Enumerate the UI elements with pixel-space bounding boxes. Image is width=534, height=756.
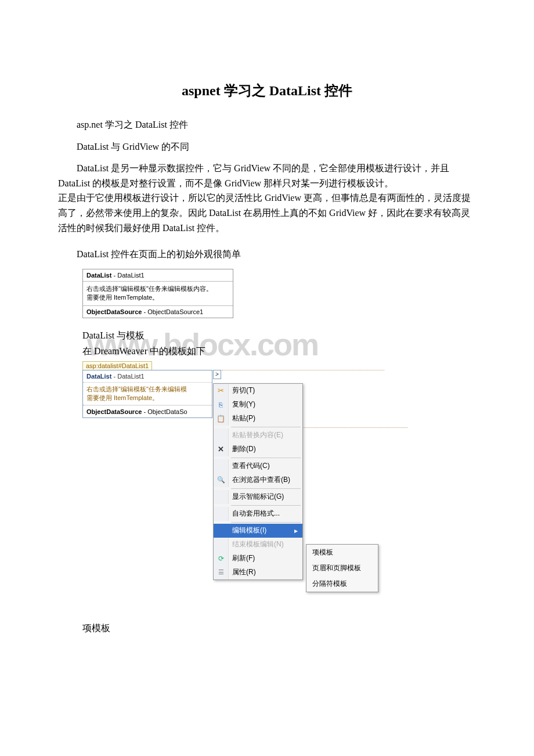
designer-title-rest: - DataList1 [111, 373, 144, 380]
blank-icon [214, 524, 229, 538]
menu-properties[interactable]: ☰ 属性(R) [214, 566, 302, 579]
menu-end-template-edit-label: 结束模板编辑(N) [232, 539, 299, 549]
blank-icon [214, 429, 229, 442]
menu-edit-template-label: 编辑模板(I) [232, 525, 293, 535]
menu-auto-format[interactable]: 自动套用格式... [214, 507, 302, 521]
menu-copy[interactable]: ⎘ 复制(Y) [214, 398, 302, 412]
menu-properties-label: 属性(R) [232, 567, 299, 577]
submenu-header-footer-template[interactable]: 页眉和页脚模板 [306, 560, 378, 576]
datalist-help-text: 右击或选择"编辑模板"任务来编辑模板内容。 需要使用 ItemTemplate。 [83, 282, 233, 306]
menu-copy-label: 复制(Y) [232, 399, 299, 409]
para-datalist-template-heading: DataList 与模板 [82, 330, 476, 342]
page-title: aspnet 学习之 DataList 控件 [58, 81, 476, 100]
datalist-title-rest: - DataList1 [111, 272, 144, 279]
para-item-template: 项模板 [82, 622, 476, 635]
menu-edit-template[interactable]: 编辑模板(I) ▸ [214, 524, 302, 538]
designer-title: DataList - DataList1 [83, 370, 212, 383]
datalist-designer-panel[interactable]: DataList - DataList1 右击或选择"编辑模板"任务来编辑模 需… [82, 370, 212, 419]
para-body-1: DataList 是另一种显示数据控件，它与 GridView 不同的是，它全部… [58, 161, 476, 235]
menu-delete-label: 删除(D) [232, 444, 299, 454]
menu-separator [231, 427, 301, 427]
menu-show-smart-tag[interactable]: 显示智能标记(G) [214, 490, 302, 504]
menu-separator [231, 522, 301, 523]
submenu-separator-template[interactable]: 分隔符模板 [306, 576, 378, 592]
menu-view-in-browser-label: 在浏览器中查看(B) [232, 475, 299, 485]
menu-paste[interactable]: 📋 粘贴(P) [214, 412, 302, 426]
submenu-arrow-icon: ▸ [293, 527, 299, 535]
menu-refresh[interactable]: ⟳ 刷新(F) [214, 552, 302, 566]
datalist-title-row: DataList - DataList1 [83, 269, 233, 282]
datalist-preview-panel: DataList - DataList1 右击或选择"编辑模板"任务来编辑模板内… [82, 269, 233, 318]
paste-icon: 📋 [214, 412, 229, 426]
blank-icon [214, 490, 229, 504]
designer-ods-bold: ObjectDataSource [86, 408, 142, 415]
menu-cut[interactable]: ✂ 剪切(T) [214, 384, 302, 398]
copy-icon: ⎘ [214, 398, 229, 412]
asp-tag-tab[interactable]: asp:datalist#DataList1 [82, 361, 152, 370]
menu-refresh-label: 刷新(F) [232, 553, 299, 563]
para-initial-look: DataList 控件在页面上的初始外观很简单 [58, 247, 476, 262]
menu-paste-replace-label: 粘贴替换内容(E) [232, 430, 299, 440]
submenu-item-template[interactable]: 项模板 [306, 545, 378, 560]
properties-icon: ☰ [214, 566, 229, 579]
menu-paste-label: 粘贴(P) [232, 413, 299, 423]
menu-view-in-browser[interactable]: 🔍 在浏览器中查看(B) [214, 473, 302, 487]
menu-paste-replace: 粘贴替换内容(E) [214, 429, 302, 442]
designer-title-bold: DataList [86, 373, 111, 380]
para-dreamweaver: 在 DreamWeaver 中的模板如下 [82, 345, 476, 358]
menu-end-template-edit: 结束模板编辑(N) [214, 538, 302, 552]
menu-separator [231, 488, 301, 489]
browser-icon: 🔍 [214, 473, 229, 487]
ods-row: ObjectDataSource - ObjectDataSource1 [83, 306, 233, 318]
context-menu: ✂ 剪切(T) ⎘ 复制(Y) 📋 粘贴(P) 粘贴替换内容(E) ✕ 删除(D… [213, 383, 303, 580]
ods-rest: - ObjectDataSource1 [142, 308, 203, 315]
blank-icon [214, 507, 229, 521]
delete-icon: ✕ [214, 442, 229, 456]
dotted-guide-top [222, 370, 384, 370]
menu-auto-format-label: 自动套用格式... [232, 509, 299, 519]
scissors-icon: ✂ [214, 384, 229, 398]
designer-ods-rest: - ObjectDataSo [142, 408, 187, 415]
designer-with-context-menu: asp:datalist#DataList1 DataList - DataLi… [82, 361, 402, 605]
para-diff-heading: DataList 与 GridView 的不同 [58, 139, 476, 154]
datalist-title-bold: DataList [86, 272, 111, 279]
smart-tag-arrow-icon[interactable]: > [213, 370, 221, 379]
menu-view-code-label: 查看代码(C) [232, 461, 299, 471]
designer-ods: ObjectDataSource - ObjectDataSo [83, 405, 212, 417]
blank-icon [214, 538, 229, 552]
blank-icon [214, 459, 229, 473]
menu-show-smart-tag-label: 显示智能标记(G) [232, 492, 299, 502]
ods-bold: ObjectDataSource [86, 308, 142, 315]
designer-help: 右击或选择"编辑模板"任务来编辑模 需要使用 ItemTemplate。 [83, 383, 212, 406]
menu-view-code[interactable]: 查看代码(C) [214, 459, 302, 473]
menu-cut-label: 剪切(T) [232, 386, 299, 395]
menu-separator [231, 458, 301, 458]
template-submenu: 项模板 页眉和页脚模板 分隔符模板 [306, 544, 378, 592]
menu-delete[interactable]: ✕ 删除(D) [214, 442, 302, 456]
refresh-icon: ⟳ [214, 552, 229, 566]
para-body-1-text: DataList 是另一种显示数据控件，它与 GridView 不同的是，它全部… [58, 163, 471, 232]
para-subtitle: asp.net 学习之 DataList 控件 [58, 117, 476, 132]
menu-separator [231, 505, 301, 506]
